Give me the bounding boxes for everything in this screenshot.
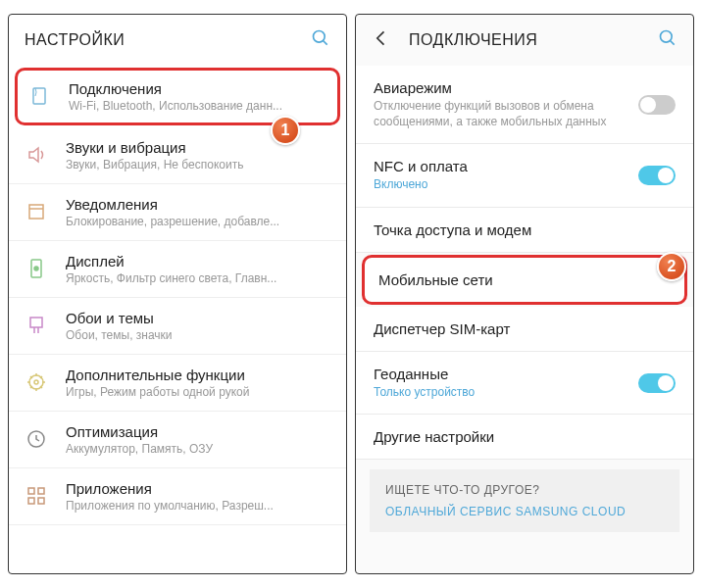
item-title: Точка доступа и модем <box>374 221 676 238</box>
back-icon[interactable] <box>372 28 391 52</box>
item-title: Мобильные сети <box>378 271 671 288</box>
settings-item-apps[interactable]: Приложения Приложения по умолчанию, Разр… <box>9 468 346 525</box>
svg-rect-7 <box>30 318 42 327</box>
item-title: NFC и оплата <box>374 158 638 174</box>
step-badge-1: 1 <box>271 116 300 145</box>
connections-list: Авиарежим Отключение функций вызовов и о… <box>356 66 693 573</box>
step-badge-2: 2 <box>657 252 686 281</box>
settings-item-advanced[interactable]: Дополнительные функции Игры, Режим работ… <box>9 355 346 412</box>
footer-link[interactable]: ОБЛАЧНЫЙ СЕРВИС SAMSUNG CLOUD <box>385 505 664 518</box>
item-title: Геоданные <box>374 366 638 382</box>
svg-rect-2 <box>33 88 45 104</box>
item-subtitle: Включено <box>374 177 638 193</box>
item-subtitle: Только устройство <box>374 385 638 401</box>
settings-item-display[interactable]: Дисплей Яркость, Фильтр синего света, Гл… <box>9 241 346 298</box>
display-icon <box>23 255 50 282</box>
item-subtitle: Звуки, Вибрация, Не беспокоить <box>66 158 330 172</box>
item-mobile-networks[interactable]: Мобильные сети 2 <box>362 255 687 305</box>
item-title: Диспетчер SIM-карт <box>374 320 676 337</box>
location-toggle[interactable] <box>638 373 676 393</box>
item-title: Другие настройки <box>374 428 676 445</box>
settings-item-wallpaper[interactable]: Обои и темы Обои, темы, значки <box>9 298 346 355</box>
settings-screen: НАСТРОЙКИ Подключения Wi-Fi, Bluetooth, … <box>8 14 347 574</box>
search-icon[interactable] <box>311 28 330 52</box>
advanced-icon <box>23 368 50 396</box>
item-title: Авиарежим <box>374 79 638 96</box>
settings-item-optimization[interactable]: Оптимизация Аккумулятор, Память, ОЗУ <box>9 412 346 468</box>
item-subtitle: Игры, Режим работы одной рукой <box>66 385 330 399</box>
svg-rect-3 <box>29 205 43 219</box>
item-title: Уведомления <box>66 196 330 213</box>
page-title: ПОДКЛЮЧЕНИЯ <box>409 31 658 49</box>
item-sim-manager[interactable]: Диспетчер SIM-карт <box>356 307 693 352</box>
connections-screen: ПОДКЛЮЧЕНИЯ Авиарежим Отключение функций… <box>355 14 694 574</box>
item-title: Дисплей <box>66 253 330 270</box>
item-title: Приложения <box>66 480 330 497</box>
item-subtitle: Приложения по умолчанию, Разреш... <box>66 499 330 513</box>
item-title: Обои и темы <box>66 310 330 326</box>
svg-line-1 <box>324 41 327 45</box>
svg-point-6 <box>34 267 38 270</box>
settings-list: Подключения Wi-Fi, Bluetooth, Использова… <box>9 66 346 573</box>
wallpaper-icon <box>23 312 50 339</box>
search-icon[interactable] <box>658 28 677 52</box>
item-subtitle: Аккумулятор, Память, ОЗУ <box>66 442 330 456</box>
item-subtitle: Блокирование, разрешение, добавле... <box>66 215 330 228</box>
svg-point-0 <box>314 31 326 43</box>
svg-rect-14 <box>38 488 44 494</box>
page-title: НАСТРОЙКИ <box>25 31 311 49</box>
airplane-toggle[interactable] <box>638 95 676 115</box>
item-nfc[interactable]: NFC и оплата Включено <box>356 144 693 208</box>
svg-line-18 <box>671 41 675 45</box>
svg-rect-16 <box>38 498 44 504</box>
settings-item-notifications[interactable]: Уведомления Блокирование, разрешение, до… <box>9 184 346 241</box>
item-title: Подключения <box>69 80 327 97</box>
apps-icon <box>23 482 50 510</box>
item-airplane-mode[interactable]: Авиарежим Отключение функций вызовов и о… <box>356 66 693 144</box>
svg-point-11 <box>34 380 38 384</box>
item-subtitle: Яркость, Фильтр синего света, Главн... <box>66 271 330 285</box>
svg-rect-13 <box>28 488 34 494</box>
optimization-icon <box>23 425 50 453</box>
nfc-toggle[interactable] <box>638 166 676 185</box>
item-subtitle: Отключение функций вызовов и обмена сооб… <box>374 99 638 129</box>
notifications-icon <box>23 198 50 225</box>
header: НАСТРОЙКИ <box>9 15 346 66</box>
item-hotspot[interactable]: Точка доступа и модем <box>356 208 693 253</box>
item-subtitle: Wi-Fi, Bluetooth, Использование данн... <box>69 99 327 113</box>
item-title: Оптимизация <box>66 423 330 440</box>
svg-rect-15 <box>28 498 34 504</box>
item-other-settings[interactable]: Другие настройки <box>356 415 693 460</box>
settings-item-connections[interactable]: Подключения Wi-Fi, Bluetooth, Использова… <box>15 68 340 125</box>
footer-question: ИЩЕТЕ ЧТО-ТО ДРУГОЕ? <box>385 483 664 497</box>
item-subtitle: Обои, темы, значки <box>66 328 330 342</box>
sound-icon <box>23 141 50 169</box>
footer-suggestion: ИЩЕТЕ ЧТО-ТО ДРУГОЕ? ОБЛАЧНЫЙ СЕРВИС SAM… <box>370 469 679 532</box>
header: ПОДКЛЮЧЕНИЯ <box>356 15 693 66</box>
connections-icon <box>25 82 53 110</box>
item-title: Дополнительные функции <box>66 367 330 383</box>
svg-point-17 <box>661 31 673 43</box>
item-location[interactable]: Геоданные Только устройство <box>356 352 693 416</box>
